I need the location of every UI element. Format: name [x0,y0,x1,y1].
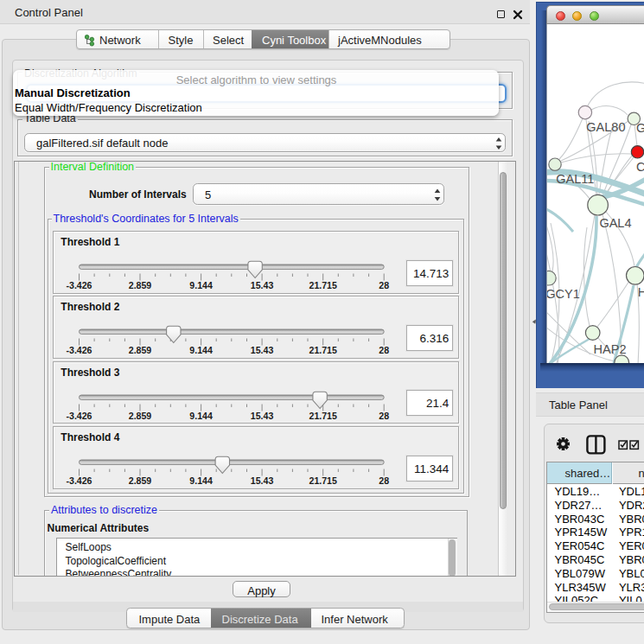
svg-text:9.144: 9.144 [190,410,214,420]
svg-text:9.144: 9.144 [190,475,214,486]
svg-text:GAL11: GAL11 [556,172,594,186]
svg-text:GAL: GAL [636,121,644,135]
svg-text:-3.426: -3.426 [67,345,92,355]
svg-text:-3.426: -3.426 [67,280,92,290]
svg-text:28: 28 [379,280,390,290]
svg-text:21.715: 21.715 [309,410,338,420]
svg-text:-3.426: -3.426 [67,410,92,420]
svg-text:15.43: 15.43 [251,475,274,486]
svg-text:28: 28 [379,410,390,420]
svg-text:GCY1: GCY1 [547,287,580,301]
svg-text:28: 28 [379,475,390,486]
svg-text:15.43: 15.43 [251,280,274,290]
svg-text:C: C [636,160,644,174]
svg-text:2.859: 2.859 [129,475,152,486]
svg-text:28: 28 [379,345,390,355]
svg-text:15.43: 15.43 [251,410,274,420]
svg-text:15.43: 15.43 [251,345,274,355]
svg-text:21.715: 21.715 [309,345,338,355]
svg-text:21.715: 21.715 [309,280,338,290]
svg-text:H: H [638,285,644,299]
svg-text:-3.426: -3.426 [67,475,92,486]
svg-text:HAP2: HAP2 [594,342,627,356]
svg-text:9.144: 9.144 [190,345,214,355]
svg-text:GAL4: GAL4 [599,216,631,230]
svg-text:GAL80: GAL80 [586,120,625,134]
svg-text:2.859: 2.859 [129,410,152,420]
svg-text:9.144: 9.144 [190,280,214,290]
svg-text:2.859: 2.859 [129,280,152,290]
svg-text:2.859: 2.859 [129,345,152,355]
svg-text:21.715: 21.715 [309,475,338,486]
